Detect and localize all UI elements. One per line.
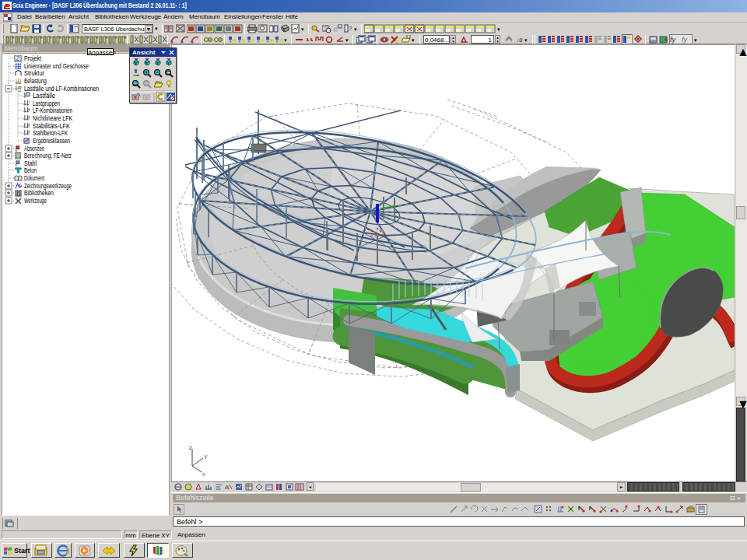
svg-text:↓8: ↓8 — [516, 37, 523, 44]
svg-text:Stahlbeton-LFK: Stahlbeton-LFK — [33, 129, 68, 137]
svg-text:Bibliotheken: Bibliotheken — [24, 189, 54, 197]
svg-text:Beton: Beton — [24, 166, 37, 174]
svg-text:x: x — [202, 471, 205, 477]
svg-text:Berechnung, FE-Netz: Berechnung, FE-Netz — [24, 152, 72, 159]
svg-text:z: z — [189, 445, 192, 450]
svg-text:Werkzeuge: Werkzeuge — [24, 197, 47, 205]
svg-text:Projekt: Projekt — [24, 55, 41, 62]
svg-text:fy: fy — [670, 36, 676, 44]
svg-text:fy: fy — [682, 36, 688, 44]
svg-text:Belastung: Belastung — [24, 77, 47, 85]
svg-text:Nichtlineare LFK: Nichtlineare LFK — [33, 114, 72, 122]
svg-text:LF-Kombinationen: LF-Kombinationen — [33, 107, 72, 114]
svg-text:Y: Y — [204, 454, 208, 460]
svg-text:?: ? — [349, 25, 352, 32]
svg-text:Lastfälle: Lastfälle — [33, 92, 55, 100]
svg-text:Ergebnisklassen: Ergebnisklassen — [33, 137, 70, 145]
svg-text:Struktur: Struktur — [24, 69, 44, 77]
svg-text:A: A — [225, 484, 230, 491]
svg-text:Dokument: Dokument — [24, 174, 44, 182]
